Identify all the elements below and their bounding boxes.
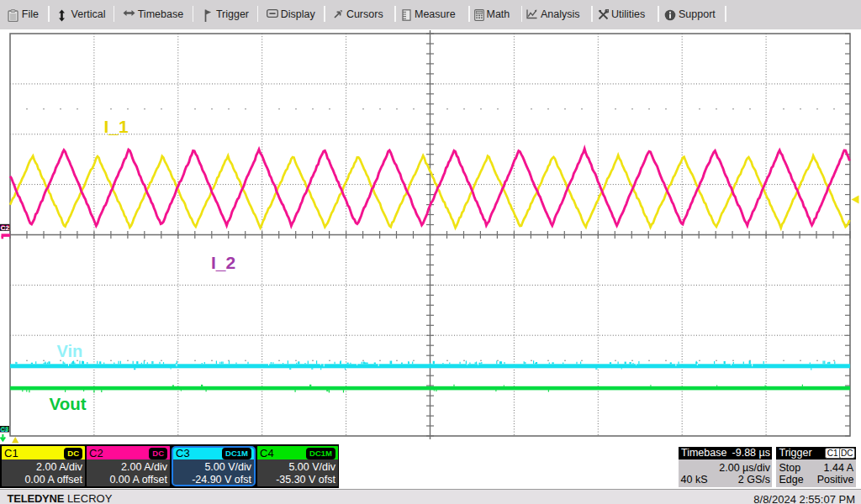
svg-text:Vout: Vout bbox=[50, 394, 87, 413]
svg-text:C2: C2 bbox=[1, 224, 10, 232]
svg-text:Vin: Vin bbox=[57, 342, 83, 360]
svg-text:I_1: I_1 bbox=[104, 117, 129, 136]
svg-text:C3: C3 bbox=[1, 425, 9, 433]
svg-text:I_2: I_2 bbox=[211, 253, 235, 272]
